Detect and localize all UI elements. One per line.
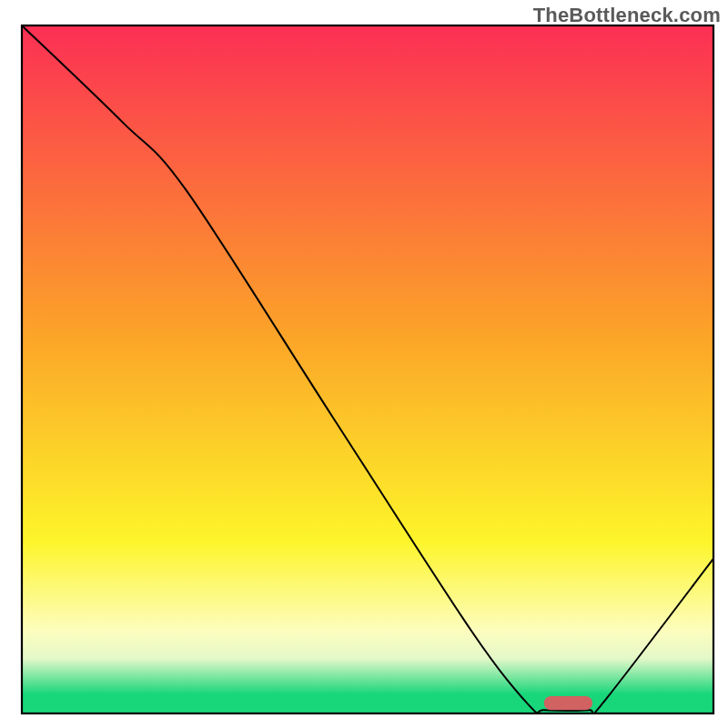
- gradient-background: [22, 25, 713, 713]
- watermark-label: TheBottleneck.com: [533, 4, 721, 27]
- optimal-marker: [544, 696, 592, 710]
- chart-container: TheBottleneck.com: [0, 0, 728, 728]
- bottleneck-chart: [0, 0, 728, 728]
